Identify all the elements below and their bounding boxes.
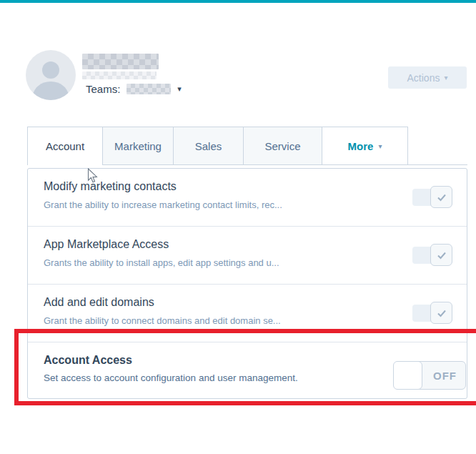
permission-title: Add and edit domains: [44, 296, 467, 309]
actions-button-label: Actions: [407, 72, 440, 84]
user-subtitle-redacted: [82, 71, 157, 79]
check-icon: [435, 307, 448, 320]
check-icon: [435, 191, 448, 204]
permissions-card: Modify marketing contacts Grant the abil…: [27, 168, 467, 399]
chevron-down-icon[interactable]: ▾: [177, 84, 182, 94]
tab-label: Service: [264, 140, 300, 152]
tab-more[interactable]: More ▾: [322, 127, 408, 164]
teams-row: Teams: ▾: [86, 82, 182, 95]
toggle-modify-marketing-contacts[interactable]: [412, 186, 452, 209]
avatar: [26, 50, 76, 100]
actions-button[interactable]: Actions ▾: [388, 66, 467, 89]
user-name-redacted: [82, 54, 159, 69]
permission-row-app-marketplace-access: App Marketplace Access Grants the abilit…: [28, 227, 467, 285]
team-name-redacted: [127, 84, 171, 94]
top-accent-bar: [0, 0, 476, 3]
chevron-down-icon: ▾: [444, 74, 447, 82]
toggle-app-marketplace-access[interactable]: [412, 244, 452, 267]
toggle-knob: [430, 244, 452, 266]
chevron-down-icon: ▾: [378, 142, 382, 150]
account-access-toggle[interactable]: OFF: [395, 361, 466, 390]
toggle-knob: [393, 361, 422, 390]
teams-label: Teams:: [86, 83, 120, 95]
toggle-add-and-edit-domains[interactable]: [412, 302, 452, 325]
permission-row-add-and-edit-domains: Add and edit domains Grant the ability t…: [28, 285, 467, 342]
tab-marketing[interactable]: Marketing: [102, 127, 174, 164]
permission-row-modify-marketing-contacts: Modify marketing contacts Grant the abil…: [28, 169, 467, 227]
permission-row-account-access: Account Access Set access to account con…: [28, 342, 467, 399]
tab-sales[interactable]: Sales: [173, 127, 244, 164]
toggle-knob: [430, 186, 452, 208]
tab-label: Account: [46, 140, 84, 152]
toggle-off-label: OFF: [424, 361, 466, 390]
permission-description: Grants the ability to install apps, edit…: [44, 257, 467, 268]
toggle-knob: [430, 302, 452, 324]
permission-title: Modify marketing contacts: [44, 180, 467, 193]
permission-description: Grant the ability to connect domains and…: [44, 315, 467, 326]
tab-service[interactable]: Service: [243, 127, 322, 164]
tab-label: Marketing: [114, 140, 162, 152]
permission-description: Grant the ability to increase marketing …: [44, 199, 467, 210]
permission-title: App Marketplace Access: [44, 238, 467, 251]
tab-label: More: [348, 140, 374, 152]
check-icon: [435, 249, 448, 262]
tab-label: Sales: [195, 140, 222, 152]
person-icon: [26, 50, 76, 100]
tab-account[interactable]: Account: [27, 127, 103, 165]
